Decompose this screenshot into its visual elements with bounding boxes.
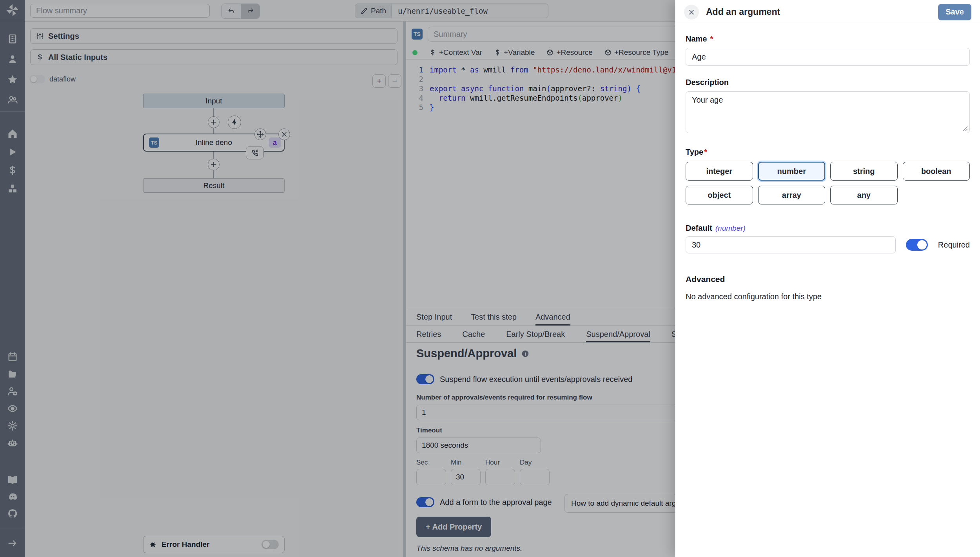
default-value-input[interactable] [686, 236, 896, 253]
name-label: Name [686, 34, 707, 43]
modal-overlay[interactable] [0, 0, 675, 557]
required-star: * [704, 148, 707, 157]
save-button[interactable]: Save [938, 4, 971, 20]
name-label-row: Name * [686, 34, 970, 43]
required-toggle[interactable] [906, 239, 928, 251]
close-icon [688, 8, 695, 16]
type-option-array[interactable]: array [758, 186, 826, 204]
description-label: Description [686, 78, 970, 87]
close-button[interactable] [684, 5, 699, 20]
name-input[interactable] [686, 48, 970, 66]
drawer-title: Add an argument [706, 7, 931, 17]
required-star: * [710, 34, 713, 43]
default-row: Required [686, 236, 970, 253]
default-label: Default [686, 224, 712, 233]
type-option-number[interactable]: number [758, 162, 826, 181]
advanced-label: Advanced [686, 275, 970, 284]
description-textarea[interactable]: Your age [686, 91, 970, 133]
type-option-boolean[interactable]: boolean [903, 162, 970, 181]
advanced-note: No advanced configuration for this type [686, 292, 970, 301]
type-option-string[interactable]: string [830, 162, 898, 181]
type-label-row: Type * [686, 148, 970, 157]
required-toggle-label: Required [938, 241, 970, 250]
type-option-object[interactable]: object [686, 186, 753, 204]
add-argument-drawer: Add an argument Save Name * Description … [675, 0, 980, 557]
drawer-body: Name * Description Your age Type * integ… [675, 24, 980, 311]
default-label-row: Default (number) [686, 224, 970, 233]
type-option-integer[interactable]: integer [686, 162, 753, 181]
type-label: Type [686, 148, 703, 157]
drawer-header: Add an argument Save [675, 0, 980, 24]
default-type-hint: (number) [715, 224, 746, 233]
type-option-any[interactable]: any [830, 186, 898, 204]
